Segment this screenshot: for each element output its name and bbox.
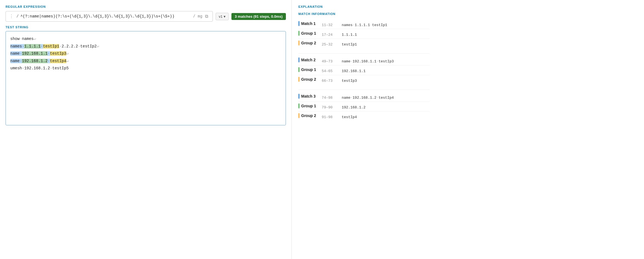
match-3-group2-label: Group 2 xyxy=(298,113,318,118)
match-3-g1-value: 192.168.1.2 xyxy=(342,105,366,110)
match-row-2: Match 2 49–73 name·192.168.1.1·testIp3 xyxy=(298,56,430,65)
match-1-group2-label: Group 2 xyxy=(298,40,318,45)
match-3-group1-label: Group 1 xyxy=(298,103,318,108)
copy-button[interactable]: ⧉ xyxy=(204,13,209,19)
left-panel: REGULAR EXPRESSION ⋮ / ^(?:name|names)(?… xyxy=(0,0,292,259)
match-3-g1-range: 79–90 xyxy=(322,105,338,110)
test-line-5: umesh·192.168.1.2·testIp5 xyxy=(10,65,281,72)
regex-input-row: ⋮ / ^(?:name|names)(?:\s+(\d{1,3}\.\d{1,… xyxy=(6,11,213,22)
test-line-1: show·names↵ xyxy=(10,35,281,43)
divider-1 xyxy=(298,53,430,54)
version-selector[interactable]: v1 ▾ xyxy=(216,13,229,20)
match-1-g1-value: 1.1.1.1 xyxy=(342,33,357,37)
group-bar-green-2 xyxy=(298,67,299,72)
regex-toolbar: ⋮ / ^(?:name|names)(?:\s+(\d{1,3}\.\d{1,… xyxy=(6,11,286,22)
test-line-3: name·192.168.1.1·testIp3↵ xyxy=(10,50,281,57)
match-row-2-g2: Group 2 66–73 testIp3 xyxy=(298,75,430,85)
group-1-label-text-2: Group 1 xyxy=(301,67,316,72)
match-2-g1-range: 54–65 xyxy=(322,69,338,73)
match-3-label-text: Match 3 xyxy=(301,94,316,98)
match-row-1-g2: Group 2 25–32 testIp1 xyxy=(298,39,430,48)
group-2-label-text-2: Group 2 xyxy=(301,77,316,82)
match-2-range: 49–73 xyxy=(322,59,338,64)
match-2-g2-range: 66–73 xyxy=(322,79,338,83)
match-bar-blue xyxy=(298,21,299,26)
match-block-1: Match 1 11–32 names·1.1.1.1·testIp1 Grou… xyxy=(298,19,430,48)
version-label: v1 xyxy=(219,14,223,19)
match-2-value: name·192.168.1.1·testIp3 xyxy=(342,59,394,64)
match-3-value: name·192.168.1.2·testIp4 xyxy=(342,96,394,100)
match-1-label: Match 1 xyxy=(298,21,318,26)
group-bar-orange-2 xyxy=(298,77,299,82)
group-2-label-text: Group 2 xyxy=(301,41,316,45)
match-1-g2-range: 25–32 xyxy=(322,42,338,47)
version-arrow-icon: ▾ xyxy=(224,14,226,19)
match-1-g1-range: 17–24 xyxy=(322,33,338,37)
match-row-3-g2: Group 2 91–98 testIp4 xyxy=(298,111,430,121)
match-1-label-text: Match 1 xyxy=(301,21,316,26)
group-2-label-text-3: Group 2 xyxy=(301,113,316,118)
test-string-section: TEST STRING show·names↵ names·1.1.1.1·te… xyxy=(6,26,286,125)
match-1-g2-value: testIp1 xyxy=(342,42,357,47)
test-string-label: TEST STRING xyxy=(6,26,286,29)
match-1-group1-label: Group 1 xyxy=(298,31,318,36)
regex-delimiter-open: / xyxy=(16,14,19,19)
match-block-2: Match 2 49–73 name·192.168.1.1·testIp3 G… xyxy=(298,56,430,85)
right-panel: EXPLANATION MATCH INFORMATION Match 1 11… xyxy=(292,0,436,259)
match-3-label: Match 3 xyxy=(298,94,318,99)
match-info-title: MATCH INFORMATION xyxy=(298,12,430,16)
match-row-2-g1: Group 1 54–65 192.168.1.1 xyxy=(298,65,430,75)
group-bar-green-3 xyxy=(298,103,299,108)
match-2-label: Match 2 xyxy=(298,57,318,62)
regex-flags: / mg xyxy=(193,14,203,19)
regex-section-label: REGULAR EXPRESSION xyxy=(6,5,286,8)
match-1-range: 11–32 xyxy=(322,23,338,27)
match-row-3: Match 3 74–98 name·192.168.1.2·testIp4 xyxy=(298,92,430,102)
match-2-g1-value: 192.168.1.1 xyxy=(342,69,366,73)
match-row-1-g1: Group 1 17–24 1.1.1.1 xyxy=(298,29,430,39)
match-block-3: Match 3 74–98 name·192.168.1.2·testIp4 G… xyxy=(298,92,430,121)
group-1-label-text: Group 1 xyxy=(301,31,316,35)
group-bar-orange-3 xyxy=(298,113,299,118)
group-bar-green xyxy=(298,31,299,36)
match-3-g2-range: 91–98 xyxy=(322,115,338,119)
match-bar-blue-3 xyxy=(298,94,299,99)
test-line-2: names·1.1.1.1·testIp1·2.2.2.2·testIp2↵ xyxy=(10,43,281,50)
match-row-1: Match 1 11–32 names·1.1.1.1·testIp1 xyxy=(298,19,430,29)
match-count-badge: 3 matches (91 steps, 0.0ms) xyxy=(231,13,286,20)
match-3-range: 74–98 xyxy=(322,96,338,100)
match-2-label-text: Match 2 xyxy=(301,58,316,62)
group-bar-orange xyxy=(298,40,299,45)
group-1-label-text-3: Group 1 xyxy=(301,104,316,108)
explanation-title: EXPLANATION xyxy=(298,5,430,8)
test-string-box[interactable]: show·names↵ names·1.1.1.1·testIp1·2.2.2.… xyxy=(6,31,286,125)
divider-2 xyxy=(298,90,430,90)
match-1-value: names·1.1.1.1·testIp1 xyxy=(342,23,387,27)
match-2-g2-value: testIp3 xyxy=(342,79,357,83)
match-2-group1-label: Group 1 xyxy=(298,67,318,72)
regex-pattern: ^(?:name|names)(?:\s+(\d{1,3}\.\d{1,3}\.… xyxy=(20,14,189,19)
test-line-4: name·192.168.1.2·testIp4↵ xyxy=(10,57,281,65)
match-3-g2-value: testIp4 xyxy=(342,115,357,119)
match-row-3-g1: Group 1 79–90 192.168.1.2 xyxy=(298,102,430,111)
match-bar-blue-2 xyxy=(298,57,299,62)
match-2-group2-label: Group 2 xyxy=(298,77,318,82)
drag-handle-icon[interactable]: ⋮ xyxy=(9,14,14,19)
